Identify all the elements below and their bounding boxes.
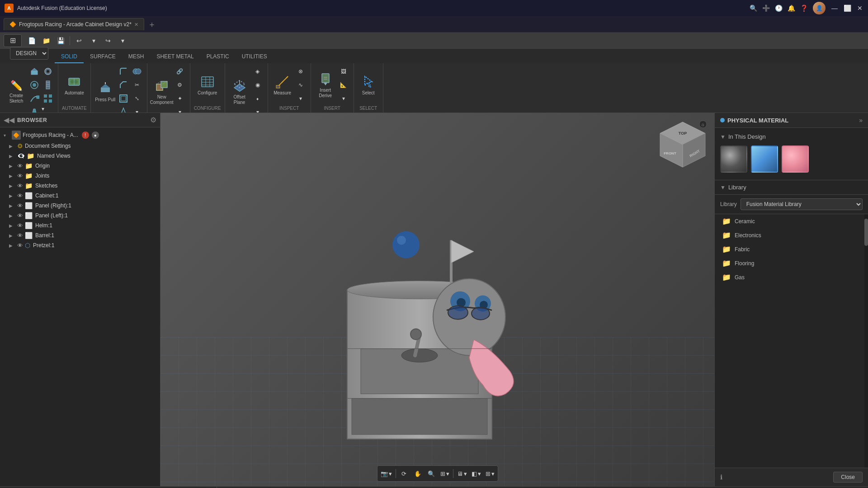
display-dropdown[interactable]: ◧ ▾	[470, 470, 483, 477]
sweep-btn[interactable]	[28, 92, 41, 105]
tangent-plane-btn[interactable]: ◉	[251, 79, 264, 91]
library-item-ceramic[interactable]: 📁 Ceramic	[715, 214, 868, 228]
root-expand-icon[interactable]: ▾	[4, 133, 10, 138]
document-tab[interactable]: 🔶 Frogtopus Racing - Arcade Cabinet Desi…	[4, 18, 144, 30]
browser-item-barrel[interactable]: ▶ 👁 ⬜ Barrel:1	[0, 230, 160, 240]
material-swatch-blue[interactable]	[751, 145, 778, 173]
expand-icon[interactable]: ▶	[9, 233, 15, 238]
user-avatar[interactable]: 👤	[813, 2, 826, 14]
search-btn[interactable]: 🔍	[750, 5, 757, 12]
curvature-btn[interactable]: ∿	[294, 79, 307, 91]
combine-btn[interactable]	[131, 65, 143, 78]
plane-at-angle-btn[interactable]: ◈	[251, 65, 264, 78]
more-assemble-btn[interactable]: ▾	[174, 106, 186, 113]
viewport[interactable]: TOP RIGHT FRONT ⌂ 📷 ▾ ⟳	[160, 113, 714, 486]
midplane-btn[interactable]: ⬧	[251, 92, 264, 105]
press-pull-btn[interactable]: Press Pull	[94, 76, 116, 108]
hole-btn[interactable]	[42, 65, 54, 78]
library-header[interactable]: ▼ Library	[715, 180, 868, 195]
view-style-dropdown[interactable]: 🖥 ▾	[455, 470, 469, 477]
browser-settings-btn[interactable]: ⚙	[150, 116, 156, 124]
expand-icon[interactable]: ▶	[9, 203, 15, 208]
browser-item-pretzel[interactable]: ▶ 👁 ⬡ Pretzel:1	[0, 240, 160, 250]
orbit-btn[interactable]: ⟳	[398, 467, 410, 480]
tab-mesh[interactable]: MESH	[122, 51, 151, 63]
material-swatch-metal[interactable]	[720, 145, 747, 173]
loft-btn[interactable]	[28, 106, 41, 113]
more-create-btn[interactable]: ▾ More	[42, 106, 54, 113]
fillet-btn[interactable]	[117, 65, 130, 78]
library-item-electronics[interactable]: 📁 Electronics	[715, 228, 868, 242]
tab-utilities[interactable]: UTILITIES	[236, 51, 274, 63]
grid-dropdown[interactable]: ⊞ ▾	[484, 470, 496, 477]
new-component-btn[interactable]: NewComponent	[151, 76, 173, 108]
undo-dropdown[interactable]: ▾	[87, 34, 100, 47]
tab-plastic[interactable]: PLASTIC	[200, 51, 236, 63]
expand-icon[interactable]: ▶	[9, 213, 15, 218]
more-construct-btn[interactable]: ▾	[251, 106, 264, 113]
browser-item-origin[interactable]: ▶ 👁 📁 Origin	[0, 161, 160, 171]
browser-item-panel-right[interactable]: ▶ 👁 ⬜ Panel (Right):1	[0, 201, 160, 211]
tab-solid[interactable]: SOLID	[55, 51, 84, 63]
design-dropdown[interactable]: DESIGN	[10, 47, 48, 60]
browser-item-cabinet[interactable]: ▶ 👁 ⬜ Cabinet:1	[0, 191, 160, 201]
tab-design-btn[interactable]: DESIGN	[4, 44, 55, 63]
shell-btn[interactable]	[117, 92, 130, 105]
tab-close-btn[interactable]: ✕	[134, 22, 138, 28]
as-built-joint-btn[interactable]: ⚙	[174, 79, 186, 91]
info-icon[interactable]: ℹ	[720, 474, 722, 481]
help-btn[interactable]: ❓	[800, 5, 807, 12]
new-tab-btn[interactable]: ＋	[146, 19, 158, 30]
thread-btn[interactable]	[42, 79, 54, 91]
expand-icon[interactable]: ▶	[9, 154, 15, 159]
expand-icon[interactable]: ▶	[9, 174, 15, 178]
rectangular-pattern-btn[interactable]	[42, 92, 54, 105]
in-this-design-header[interactable]: ▼ In This Design	[720, 131, 863, 142]
zoom-btn[interactable]: 🔍	[425, 467, 438, 480]
library-item-flooring[interactable]: 📁 Flooring	[715, 256, 868, 270]
more-modify-btn[interactable]: ▾	[131, 106, 143, 113]
expand-icon[interactable]: ▶	[9, 164, 15, 169]
minimize-btn[interactable]: —	[831, 5, 838, 12]
revolve-btn[interactable]	[28, 79, 41, 91]
undo-btn[interactable]: ↩	[73, 34, 85, 47]
draft-btn[interactable]	[117, 106, 130, 113]
interference-btn[interactable]: ⊗	[294, 65, 307, 78]
zoom-fit-dropdown[interactable]: ⊞ ▾	[439, 470, 451, 477]
camera-dropdown[interactable]: 📷 ▾	[379, 470, 394, 477]
decal-btn[interactable]: 🖼	[337, 65, 350, 78]
chamfer-btn[interactable]	[117, 79, 130, 91]
redo-dropdown[interactable]: ▾	[116, 34, 129, 47]
joint-btn[interactable]: 🔗	[174, 65, 186, 78]
scale-btn[interactable]: ⤡	[131, 92, 143, 105]
browser-item-doc-settings[interactable]: ▶ ⚙ Document Settings	[0, 141, 160, 151]
scrollbar-track[interactable]	[864, 214, 868, 468]
expand-icon[interactable]: ▶	[9, 144, 15, 149]
browser-item-named-views[interactable]: ▶ 👁‍🗨 📁 Named Views	[0, 151, 160, 161]
collapse-icon[interactable]: ◀◀	[4, 116, 14, 124]
help-update-btn[interactable]: 🕐	[775, 5, 782, 12]
split-body-btn[interactable]: ✂	[131, 79, 143, 91]
expand-icon[interactable]: ▶	[9, 243, 15, 248]
measure-btn[interactable]: Measure	[272, 69, 293, 101]
offset-plane-btn[interactable]: OffsetPlane	[229, 76, 250, 108]
more-insert-btn[interactable]: ▾	[337, 92, 350, 105]
browser-root-item[interactable]: ▾ 🔶 Frogtopus Racing - A... ! ●	[0, 129, 160, 141]
save-btn[interactable]: 💾	[54, 34, 67, 47]
redo-btn[interactable]: ↪	[102, 34, 114, 47]
browser-item-sketches[interactable]: ▶ 👁 📁 Sketches	[0, 181, 160, 191]
library-item-fabric[interactable]: 📁 Fabric	[715, 242, 868, 256]
close-btn[interactable]: ✕	[856, 5, 863, 12]
pan-btn[interactable]: ✋	[411, 467, 424, 480]
scrollbar-thumb[interactable]	[864, 219, 868, 246]
expand-icon[interactable]: ▶	[9, 223, 15, 228]
more-inspect-btn[interactable]: ▾	[294, 92, 307, 105]
select-btn[interactable]: Select	[358, 69, 379, 101]
library-item-gas[interactable]: 📁 Gas	[715, 270, 868, 284]
extrude-btn[interactable]	[28, 65, 41, 78]
tab-surface[interactable]: SURFACE	[84, 51, 122, 63]
material-close-btn[interactable]: Close	[833, 472, 863, 483]
expand-icon[interactable]: ▶	[9, 193, 15, 198]
material-panel-expand-btn[interactable]: »	[859, 117, 863, 124]
create-sketch-btn[interactable]: ✏️ CreateSketch	[5, 76, 27, 108]
